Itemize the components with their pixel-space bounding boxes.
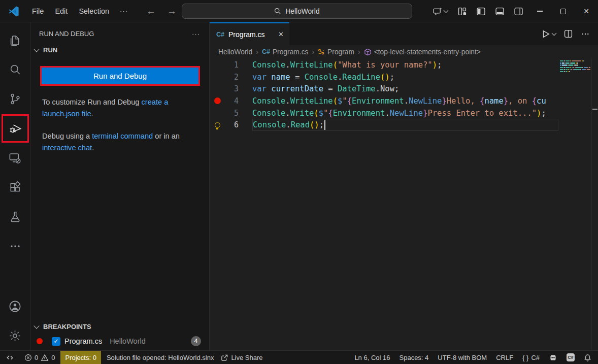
close-button[interactable]: ✕	[575, 0, 598, 22]
run-button-highlight: Run and Debug	[40, 66, 200, 86]
tab-close-icon[interactable]: ✕	[278, 30, 284, 38]
cursor-position[interactable]: Ln 6, Col 16	[350, 352, 394, 363]
code-text: var currentDate = DateTime.Now;	[252, 83, 558, 95]
run-and-debug-icon[interactable]	[8, 121, 22, 136]
minimize-button[interactable]	[528, 0, 551, 22]
breakpoint-checkbox[interactable]: ✓	[52, 337, 60, 346]
source-control-icon[interactable]	[1, 84, 29, 114]
glyph-margin[interactable]	[210, 97, 225, 104]
bell-icon	[584, 354, 591, 361]
indentation[interactable]: Spaces: 4	[395, 352, 434, 363]
remote-explorer-icon[interactable]	[1, 143, 29, 173]
extensions-icon[interactable]	[1, 173, 29, 202]
customize-layout-button[interactable]	[453, 7, 472, 16]
csharp-extension-status[interactable]: C#	[562, 352, 579, 363]
explorer-icon[interactable]	[1, 25, 29, 55]
minimap[interactable]	[558, 58, 591, 350]
notifications-bell[interactable]	[579, 352, 596, 363]
debug-text-1: Debug using a	[42, 132, 92, 140]
chevron-down-icon	[34, 46, 39, 52]
toggle-panel-button[interactable]	[490, 7, 509, 16]
line-number: 2	[225, 73, 239, 82]
split-editor-button[interactable]	[564, 29, 573, 38]
breadcrumb-project[interactable]: HelloWorld	[218, 48, 252, 56]
glyph-margin[interactable]	[210, 122, 225, 128]
run-section-header[interactable]: RUN	[30, 43, 209, 57]
breakpoint-icon[interactable]	[214, 97, 221, 104]
toggle-sidebar-button[interactable]	[472, 7, 490, 16]
projects-status[interactable]: Projects: 0	[60, 351, 101, 364]
breadcrumb-class[interactable]: Program	[318, 48, 354, 56]
code-line[interactable]: 2var name = Console.ReadLine();	[210, 71, 558, 83]
breadcrumb-separator: ›	[358, 48, 360, 56]
toggle-secondary-sidebar-button[interactable]	[509, 7, 528, 16]
language-mode[interactable]: { } C#	[518, 352, 544, 363]
breakpoint-list-item[interactable]: ✓ Program.cs HelloWorld 4	[30, 334, 209, 350]
code-line[interactable]: 3var currentDate = DateTime.Now;	[210, 83, 558, 95]
code-text: Console.Read();	[252, 119, 558, 131]
sidebar-more-actions[interactable]: ···	[192, 30, 200, 38]
code-text: Console.Write($"{Environment.NewLine}Pre…	[252, 107, 558, 119]
menu-edit[interactable]: Edit	[49, 5, 73, 17]
line-number: 6	[225, 120, 239, 129]
customize-text: To customize Run and Debug	[42, 98, 142, 106]
code-line[interactable]: 5Console.Write($"{Environment.NewLine}Pr…	[210, 107, 558, 119]
encoding[interactable]: UTF-8 with BOM	[433, 352, 491, 363]
tab-bar: C# Program.cs ✕	[210, 22, 598, 45]
code-line[interactable]: 6Console.Read();	[210, 119, 558, 131]
copilot-status[interactable]	[544, 352, 562, 363]
forward-arrow-icon[interactable]: →	[167, 6, 177, 17]
editor-more-actions[interactable]	[581, 29, 590, 39]
back-arrow-icon[interactable]: ←	[146, 6, 156, 17]
problems-indicator[interactable]: 0 0	[21, 352, 58, 363]
testing-icon[interactable]	[1, 202, 29, 231]
settings-gear-icon[interactable]	[1, 321, 29, 350]
accounts-icon[interactable]	[1, 291, 29, 321]
breakpoint-file: Program.cs	[64, 337, 102, 345]
tab-label: Program.cs	[228, 30, 265, 39]
menu-file[interactable]: File	[26, 5, 49, 17]
maximize-button[interactable]	[551, 0, 575, 22]
interactive-chat-link[interactable]: interactive chat	[42, 144, 92, 152]
live-share-icon	[221, 354, 228, 361]
terminal-command-link[interactable]: terminal command	[92, 132, 153, 140]
errors-icon	[24, 354, 32, 361]
copilot-chat-button[interactable]	[428, 7, 453, 16]
lightbulb-icon[interactable]	[215, 122, 220, 128]
line-number: 4	[225, 96, 239, 106]
remote-indicator[interactable]	[2, 352, 18, 363]
vertical-scrollbar[interactable]	[591, 58, 598, 350]
menu-more[interactable]: ···	[115, 5, 133, 17]
code-text: Console.WriteLine("What is your name?");	[252, 59, 558, 71]
breadcrumb-separator: ›	[312, 48, 314, 56]
code-lines: 1Console.WriteLine("What is your name?")…	[210, 59, 558, 131]
csharp-file-icon: C#	[216, 31, 224, 38]
more-views-icon[interactable]	[1, 231, 29, 261]
run-file-button[interactable]	[541, 29, 556, 39]
breakpoints-section-header[interactable]: BREAKPOINTS	[30, 319, 209, 334]
solution-message[interactable]: Solution file opened: HelloWorld.slnx	[103, 352, 218, 363]
debug-period: .	[92, 144, 94, 152]
status-bar: 0 0 Projects: 0 Solution file opened: He…	[0, 350, 598, 364]
remote-icon	[6, 354, 14, 361]
breadcrumb-file[interactable]: C# Program.cs	[262, 48, 309, 56]
eol-sequence[interactable]: CRLF	[491, 352, 518, 363]
search-view-icon[interactable]	[1, 55, 29, 84]
code-editor[interactable]: 1Console.WriteLine("What is your name?")…	[210, 58, 598, 350]
code-line[interactable]: 1Console.WriteLine("What is your name?")…	[210, 59, 558, 71]
run-and-debug-button[interactable]: Run and Debug	[42, 68, 198, 84]
debug-text-2: or in an	[153, 132, 180, 140]
breadcrumb-entry-point[interactable]: <top-level-statements-entry-point>	[364, 48, 481, 56]
breadcrumb-separator: ›	[256, 48, 258, 56]
breakpoint-project: HelloWorld	[110, 337, 146, 345]
line-number: 5	[225, 109, 239, 118]
live-share-button[interactable]: Live Share	[217, 352, 266, 363]
tab-program-cs[interactable]: C# Program.cs ✕	[210, 22, 289, 45]
breakpoints-title: BREAKPOINTS	[43, 323, 91, 330]
overview-ruler-cursor-mark	[592, 109, 597, 110]
code-line[interactable]: 4Console.WriteLine($"{Environment.NewLin…	[210, 95, 558, 107]
breakpoint-line-badge: 4	[191, 336, 201, 346]
activity-bar	[0, 22, 30, 350]
command-center-search[interactable]: HelloWorld	[182, 4, 412, 19]
menu-selection[interactable]: Selection	[73, 5, 115, 17]
